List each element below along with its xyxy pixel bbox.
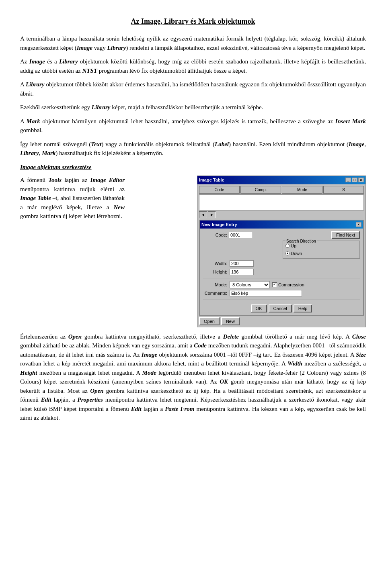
nie-compression-label: Compression [278,282,304,288]
nie-code-label: Code: [203,232,227,239]
nie-divider1 [203,278,360,278]
nie-close-btn[interactable]: × [356,222,361,227]
nie-findnext-group: Find Next [283,231,360,239]
image-section-right: Image Table _ □ × Code Comp. Mode S [197,176,366,327]
minimize-btn[interactable]: _ [345,178,351,182]
b-open: Open [68,333,82,340]
bottom-btn-row: Open New [199,317,364,325]
b-properties: Properties [77,396,103,403]
p5-insert-mark: Insert Mark [335,118,366,125]
nie-mode-select[interactable]: 8 Colours 2 Colours [230,281,270,288]
maximize-btn[interactable]: □ [352,178,357,182]
nie-search-title: Search Direction [285,238,317,244]
b-edit2: Edit [131,406,142,412]
nie-comments-input[interactable] [230,290,302,296]
p6-end: ) használhatjuk fix kijelzésként a képer… [55,150,163,156]
b-edit: Edit [41,396,51,403]
nie-code-input[interactable] [229,232,253,238]
paragraph-6: Így lehet normál szövegnél (Text) vagy a… [20,140,366,158]
nie-mode-row: Mode: 8 Colours 2 Colours ✓ Compression [203,281,360,288]
nie-down-label: Down [291,250,302,257]
p1-mid: vagy [92,45,107,51]
page-title: Az Image, Library és Mark objektumok [20,16,366,27]
nie-down-row: Down [285,250,357,257]
nie-down-radio[interactable] [285,251,290,255]
image-section-left: A főmenü Tools lapján az Image Editor me… [20,176,125,226]
titlebar-buttons: _ □ × [345,178,364,182]
nie-titlebar: New Image Entry × [200,220,363,229]
open-btn[interactable]: Open [199,317,220,325]
b-image2: Image [142,351,157,358]
paragraph-1: A terminálban a lámpa használata során l… [20,34,366,52]
b-ok: OK [220,378,228,385]
nie-search-row: Search Direction Up Down [203,241,360,259]
p2-mid1: és a [45,58,59,65]
nie-title: New Image Entry [201,221,237,228]
image-section: Image objektum szerkesztése A főmenü Too… [20,163,366,327]
p5-end: gombbal. [20,127,43,133]
b-delete: Delete [223,333,239,340]
col-s: S [323,186,364,194]
nie-compression-row: ✓ Compression [272,282,304,288]
nie-width-row: Width: [203,260,360,267]
p6-comma: , [364,141,366,147]
b-code: Code [194,342,207,349]
p2-library: Library [59,58,78,65]
p6-mark: Mark [42,150,55,156]
p6-start: Így lehet normál szövegnél ( [20,141,91,147]
p1-image: Image [77,45,92,51]
nav-prev[interactable]: ◄ [199,211,207,218]
nie-width-input[interactable] [230,260,254,267]
p4-library: Library [92,104,111,110]
nie-divider2 [203,300,360,300]
nie-cancel-btn[interactable]: Cancel [269,304,292,312]
paragraph-3: A Library objektumot többek között akkor… [20,80,366,98]
p6-label: Label [215,141,229,147]
image-table-titlebar: Image Table _ □ × [197,176,365,184]
new-btn[interactable]: New [221,317,240,325]
p2-image: Image [29,58,45,65]
nie-comments-row: Comments: [203,290,360,297]
b-height: Height [20,370,37,376]
nie-radio-group: Up Down [285,243,357,257]
p6-mid2: ) használni. Ezen kívül mindhárom objekt… [229,141,349,147]
image-table-label: Image Table [20,195,51,201]
b-close: Close [352,333,366,340]
nav-next[interactable]: ► [208,211,216,218]
nie-help-btn[interactable]: Help [294,304,312,312]
b-size: Size [356,351,366,358]
nie-dialog: New Image Entry × Code: [199,220,364,316]
image-editor-label: Image Editor [90,177,125,183]
nie-search-group: Search Direction Up Down [283,241,360,259]
nie-code-row: Code: Find Next [203,231,360,239]
col-comp: Comp. [240,186,281,194]
nie-comments-label: Comments: [203,290,227,297]
table-header: Code Comp. Mode S [199,186,364,194]
nie-search-box: Search Direction Up Down [283,241,360,259]
p5-start: A [20,118,27,125]
p4-end: képet, majd a felhasználáskor beilleszth… [111,104,263,110]
b-paste-from: Paste From [165,406,194,412]
p2-start: Az [20,58,29,65]
nie-code-group: Code: [203,232,280,239]
left-text: A főmenü Tools lapján az Image Editor me… [20,176,125,221]
nie-titlebar-buttons: × [356,222,361,227]
nie-findnext-btn[interactable]: Find Next [331,231,360,239]
paragraph-2: Az Image és a Library objektumok közötti… [20,57,366,75]
p2-end: programban lévő fix objektumokból állíth… [97,67,247,74]
nie-button-row: OK Cancel Help [203,304,360,312]
nie-height-input[interactable] [230,269,254,275]
nie-height-label: Height: [203,269,227,276]
b-open2: Open [90,388,103,394]
nie-compression-checkbox[interactable]: ✓ [272,282,277,287]
nie-ok-btn[interactable]: OK [251,304,267,312]
p3-library: Library [26,81,45,88]
p6-image: Image [349,141,364,147]
paragraph-5: A Mark objektumot bármilyen objektumnál … [20,117,366,135]
image-table-window: Image Table _ □ × Code Comp. Mode S [197,176,366,327]
close-btn[interactable]: × [358,178,364,182]
nie-up-radio[interactable] [285,244,290,248]
p3-start: A [20,81,26,88]
p5-mid: objektumot bármilyen objektumnál lehet h… [40,118,335,125]
tools-label: Tools [48,177,62,183]
